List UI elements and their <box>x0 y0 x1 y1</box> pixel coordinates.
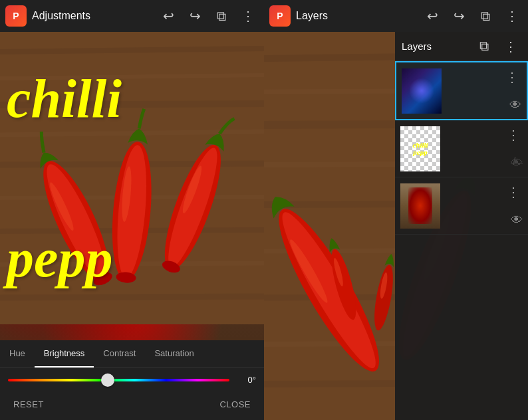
right-toolbar-title: Layers <box>296 10 416 22</box>
redo-button-left[interactable]: ↪ <box>184 5 205 27</box>
tab-contrast[interactable]: Contrast <box>94 340 145 368</box>
right-panel: P Layers ↩ ↪ ⧉ ⋮ <box>264 0 528 420</box>
layers-list: ⋮ 👁 chillipepp ⋮ 👁 <box>395 61 528 420</box>
layer-more-3[interactable]: ⋮ <box>504 181 523 203</box>
tab-hue[interactable]: Hue <box>0 340 35 368</box>
layer-text-preview: chillipepp <box>412 142 428 156</box>
canvas-area-left: chilli pepp <box>0 32 264 340</box>
canvas-area-right: Layers ⧉ ⋮ ⋮ 👁 chillipe <box>264 32 528 420</box>
layers-button-right[interactable]: ⧉ <box>475 5 496 27</box>
more-button-right[interactable]: ⋮ <box>501 5 523 27</box>
layer-visibility-1[interactable]: 👁 <box>509 98 521 112</box>
layers-panel-icon[interactable]: ⧉ <box>473 36 495 57</box>
tab-saturation[interactable]: Saturation <box>145 340 203 368</box>
close-button[interactable]: CLOSE <box>214 397 256 412</box>
layers-button-left[interactable]: ⧉ <box>211 5 232 27</box>
reset-button[interactable]: RESET <box>8 397 49 412</box>
slider-value: 0° <box>236 375 256 385</box>
svg-line-4 <box>0 132 264 135</box>
undo-button-left[interactable]: ↩ <box>158 5 179 27</box>
undo-button-right[interactable]: ↩ <box>422 5 443 27</box>
layers-panel-title: Layers <box>402 41 468 52</box>
layer-visibility-2[interactable]: 👁 <box>511 156 523 170</box>
more-button-left[interactable]: ⋮ <box>237 5 259 27</box>
app-logo-right: P <box>269 5 291 27</box>
app-logo-left: P <box>5 5 27 27</box>
tab-brightness[interactable]: Brightness <box>35 340 94 368</box>
redo-button-right[interactable]: ↪ <box>448 5 469 27</box>
left-toolbar: P Adjustments ↩ ↪ ⧉ ⋮ <box>0 0 264 32</box>
action-row: RESET CLOSE <box>0 391 264 420</box>
layer-more-1[interactable]: ⋮ <box>503 66 521 88</box>
right-toolbar: P Layers ↩ ↪ ⧉ ⋮ <box>264 0 528 32</box>
layer-item-3[interactable]: ⋮ 👁 <box>395 177 528 235</box>
slider-thumb[interactable] <box>101 373 114 387</box>
canvas-text-top: chilli <box>7 72 122 126</box>
layers-panel-header: Layers ⧉ ⋮ <box>395 32 528 61</box>
adjustment-tabs: Hue Brightness Contrast Saturation <box>0 340 264 368</box>
canvas-text-bottom: pepp <box>7 231 112 286</box>
layer-item-1[interactable]: ⋮ 👁 <box>395 61 528 120</box>
adjustments-panel: Hue Brightness Contrast Saturation 0° RE… <box>0 340 264 420</box>
layers-panel-more[interactable]: ⋮ <box>500 36 521 57</box>
hue-slider-row: 0° <box>0 368 264 391</box>
layer-visibility-3[interactable]: 👁 <box>511 213 523 227</box>
layer-item-2[interactable]: chillipepp ⋮ 👁 <box>395 120 528 177</box>
layer-more-2[interactable]: ⋮ <box>504 124 523 146</box>
layer-thumbnail-2: chillipepp <box>400 126 440 171</box>
layers-panel: Layers ⧉ ⋮ ⋮ 👁 chillipe <box>395 32 528 420</box>
layer-thumbnail-1 <box>402 68 442 114</box>
svg-line-9 <box>0 296 264 298</box>
left-panel: P Adjustments ↩ ↪ ⧉ ⋮ <box>0 0 264 420</box>
hue-slider[interactable] <box>8 379 229 381</box>
layer-thumbnail-3 <box>400 183 440 229</box>
left-toolbar-title: Adjustments <box>32 10 152 22</box>
svg-line-1 <box>0 49 264 52</box>
